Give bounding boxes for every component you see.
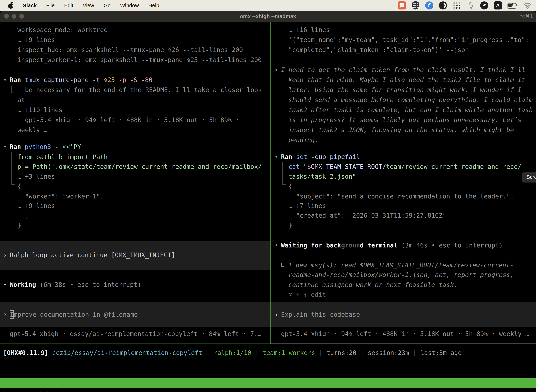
input-source-a-icon[interactable]: A: [494, 1, 502, 9]
omx-status-line: [OMX#0.11.9] cczip/essay/ai-reimplementa…: [3, 349, 462, 356]
terminal-line: … +16 lines: [288, 25, 330, 34]
model-status-line: gpt-5.4 xhigh · essay/ai-reimplementatio…: [10, 329, 262, 338]
terminal-line: later. Using the same for transition mig…: [288, 85, 522, 94]
status-segment: turns:20: [326, 349, 356, 356]
ralph-loop-status: Ralph loop active continue [OMX_TMUX_INJ…: [10, 250, 175, 260]
terminal-line: •: [274, 241, 278, 250]
tmux-status-bar: [omx-cczip0:bash* "MacBook-Pro-44.local"…: [0, 378, 536, 388]
battery-charging-icon[interactable]: [507, 1, 518, 9]
status-segment: ralph:1/10: [214, 349, 251, 356]
terminal-line: from pathlib import Path: [17, 152, 108, 162]
new-message-notice: ↳ 1 new msg(s): read $OMX_TEAM_STATE_ROO…: [281, 261, 514, 270]
terminal-line: {: [288, 182, 292, 191]
tree-connector: [282, 162, 283, 185]
squiggle-icon[interactable]: [466, 1, 474, 9]
terminal-line: ›: [274, 310, 278, 319]
tmux-pane-left[interactable]: workspace_mode: worktree… +9 linesinspec…: [0, 22, 270, 344]
terminal-line: keep that in mind. Maybe I also need the…: [288, 75, 525, 84]
menu-item-window[interactable]: Window: [120, 2, 139, 9]
terminal-line: … +9 lines: [17, 201, 55, 210]
apple-logo-icon[interactable]: [8, 2, 13, 9]
terminal-line: should send a message before completing …: [288, 95, 533, 104]
terminal-line: … +110 lines: [17, 105, 62, 115]
tree-connector-elbow: [11, 93, 14, 93]
terminal-line: weekly …: [17, 125, 48, 135]
wifi-icon[interactable]: [523, 1, 531, 9]
terminal-line: "completed","claim_token":"claim-token"}…: [288, 45, 469, 54]
tree-connector-elbow: [282, 184, 286, 185]
terminal-line: task2 after task1 is complete, but can I…: [288, 105, 533, 115]
status-segment: |: [409, 349, 420, 356]
terminal-line: readme-and-reco/mailbox/worker-1.json, a…: [288, 270, 514, 280]
model-status-line: gpt-5.4 xhigh · 94% left · 488K in · 5.1…: [281, 329, 529, 338]
terminal-line: }: [288, 221, 292, 230]
status-segment: team:1 workers: [263, 349, 315, 356]
terminal-line: tasks/task-2.json": [288, 172, 356, 181]
terminal-line: {: [17, 182, 21, 191]
tree-connector: [11, 152, 12, 185]
shield-grid-icon[interactable]: [412, 1, 419, 9]
blue-badge-icon[interactable]: [425, 1, 433, 9]
terminal-line: continue assigned work or next feasible …: [288, 280, 458, 289]
status-segment: |: [356, 349, 368, 356]
dots-grid-icon[interactable]: [453, 1, 461, 9]
terminal-line: is in progress? It seems likely but perh…: [288, 115, 522, 125]
window-shortcut-badge: ⌥⌘1: [519, 11, 533, 22]
waiting-status: Waiting for background terminal (3m 46s …: [281, 241, 503, 250]
right-pane-border: [271, 344, 536, 344]
terminal-line: "worker": "worker-1",: [25, 192, 104, 201]
status-segment: [OMX#0.11.9]: [3, 349, 52, 356]
window-title: omx --xhigh --madmax: [0, 11, 536, 22]
working-status: Working (6m 38s • esc to interrupt): [10, 280, 141, 289]
menu-item-edit[interactable]: Edit: [64, 2, 73, 9]
terminal-line: ›: [3, 310, 7, 319]
prompt-placeholder: Improve documentation in @filename: [10, 310, 138, 319]
status-segment: session:23m: [368, 349, 409, 356]
menu-item-go[interactable]: Go: [104, 2, 111, 9]
tree-connector: [11, 85, 12, 93]
dark-crescent-icon[interactable]: [439, 1, 447, 9]
chat-icon[interactable]: [398, 1, 406, 9]
badge-61-icon[interactable]: ..61: [480, 1, 488, 9]
menu-status-icons: ..61A: [398, 1, 536, 9]
terminal-line: … +7 lines: [288, 201, 326, 210]
terminal-line: p = Path('.omx/state/team/review-current…: [17, 162, 262, 171]
terminal-line: "subject": "send a concise recommendatio…: [296, 192, 514, 201]
terminal-line: •: [3, 75, 7, 84]
tmux-session-name: [omx-cczip0:bash*: [2, 388, 66, 392]
terminal-line: •: [274, 152, 278, 161]
command-set-pipefail: Ran set -euo pipefail: [281, 152, 360, 161]
terminal-line: inspect_hud: omx sparkshell --tmux-pane …: [17, 45, 243, 54]
menu-left: Slack FileEditViewGoWindowHelp: [0, 2, 159, 9]
screen-tooltip: Scre: [522, 172, 536, 183]
status-segment: |: [202, 349, 214, 356]
terminal-line: … +3 lines: [17, 172, 55, 181]
terminal-line: ]: [25, 211, 29, 220]
terminal-line: ›: [3, 250, 7, 260]
terminal-line: cat "$OMX_TEAM_STATE_ROOT/team/review-cu…: [288, 162, 522, 171]
terminal-line: gpt-5.4 xhigh · 94% left · 488K in · 5.1…: [25, 115, 239, 125]
status-segment: |: [251, 349, 263, 356]
menu-item-help[interactable]: Help: [148, 2, 159, 9]
menu-item-view[interactable]: View: [83, 2, 94, 9]
thinking-text: I need to get the claim token from the c…: [281, 65, 525, 75]
menu-item-file[interactable]: File: [46, 2, 54, 9]
active-app-name[interactable]: Slack: [23, 2, 37, 9]
status-segment: cczip/essay/ai-reimplementation-copyleft: [52, 349, 202, 356]
terminal-line: … +9 lines: [17, 35, 55, 44]
tmux-pane-right[interactable]: … +16 lines'{"team_name":"my-team","task…: [271, 22, 536, 344]
terminal-line: •: [274, 65, 278, 75]
status-segment: last:3m ago: [420, 349, 462, 356]
command-python3-heredoc: Ran python3 - <<'PY': [10, 142, 85, 151]
terminal-line: pending.: [288, 135, 318, 145]
menu-items: FileEditViewGoWindowHelp: [46, 2, 159, 9]
terminal-line: •: [3, 142, 7, 151]
menu-bar: Slack FileEditViewGoWindowHelp ..61A: [0, 0, 536, 11]
window-titlebar[interactable]: omx --xhigh --madmax ⌥⌘1: [0, 11, 536, 22]
terminal-line: inspect_worker-1: omx sparkshell --tmux-…: [17, 55, 262, 65]
pane-divider[interactable]: [270, 22, 271, 344]
terminal-line: be necessary for the end of the README. …: [25, 85, 262, 94]
tree-connector-elbow: [11, 184, 14, 185]
edit-hint: ⌥ + ↑ edit: [288, 290, 326, 299]
terminal-line: •: [3, 280, 7, 289]
